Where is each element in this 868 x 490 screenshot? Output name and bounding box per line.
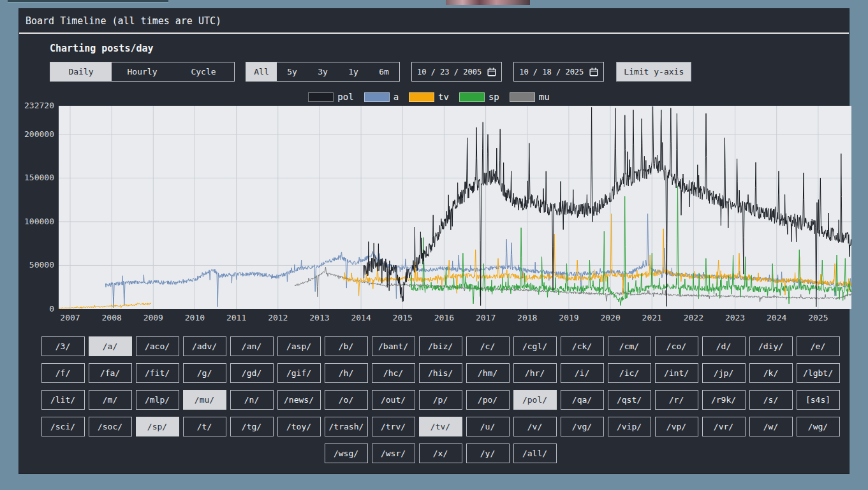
limit-y-axis-button[interactable]: Limit y-axis (616, 62, 691, 82)
board-button-vip[interactable]: /vip/ (608, 417, 651, 436)
board-button-vr[interactable]: /vr/ (702, 417, 746, 436)
board-button-asp[interactable]: /asp/ (277, 336, 321, 356)
board-button-i[interactable]: /i/ (561, 363, 604, 383)
board-button-m[interactable]: /m/ (89, 390, 132, 410)
board-button-gd[interactable]: /gd/ (230, 363, 274, 383)
board-button-trash[interactable]: /trash/ (325, 417, 368, 436)
y-axis-tick-232720: 232720 (19, 101, 54, 111)
board-button-ck[interactable]: /ck/ (561, 336, 604, 356)
mode-option-daily[interactable]: Daily (50, 62, 112, 81)
board-button-his[interactable]: /his/ (419, 363, 462, 383)
board-button-po[interactable]: /po/ (466, 390, 510, 410)
board-button-wg[interactable]: /wg/ (797, 417, 840, 436)
board-button-r[interactable]: /r/ (655, 390, 698, 410)
board-button-jp[interactable]: /jp/ (702, 363, 746, 383)
board-button-all[interactable]: /all/ (513, 443, 557, 463)
board-button-wsr[interactable]: /wsr/ (372, 443, 415, 463)
board-button-qst[interactable]: /qst/ (608, 390, 651, 410)
board-button-x[interactable]: /x/ (419, 443, 462, 463)
board-button-r9k[interactable]: /r9k/ (702, 390, 746, 410)
board-button-v[interactable]: /v/ (513, 417, 557, 436)
board-button-lit[interactable]: /lit/ (41, 390, 85, 410)
chart-plot[interactable] (59, 106, 851, 309)
board-button-hr[interactable]: /hr/ (513, 363, 557, 383)
date-from-input[interactable]: 10 / 23 / 2005 (411, 62, 502, 82)
board-button-trv[interactable]: /trv/ (372, 417, 415, 436)
range-option-1y[interactable]: 1y (338, 62, 369, 81)
board-button-aco[interactable]: /aco/ (136, 336, 179, 356)
board-button-hm[interactable]: /hm/ (466, 363, 510, 383)
board-button-y[interactable]: /y/ (466, 443, 510, 463)
board-button-out[interactable]: /out/ (372, 390, 415, 410)
mode-option-cycle[interactable]: Cycle (173, 62, 234, 81)
board-button-d[interactable]: /d/ (702, 336, 746, 356)
board-button-w[interactable]: /w/ (749, 417, 793, 436)
board-button-k[interactable]: /k/ (749, 363, 793, 383)
board-button-tv[interactable]: /tv/ (419, 417, 462, 436)
board-button-news[interactable]: /news/ (277, 390, 321, 410)
mode-option-hourly[interactable]: Hourly (112, 62, 173, 81)
board-button-u[interactable]: /u/ (466, 417, 510, 436)
board-timeline-panel: Board Timeline (all times are UTC) Chart… (19, 9, 849, 473)
board-button-co[interactable]: /co/ (655, 336, 698, 356)
x-axis-tick-2021: 2021 (642, 313, 662, 322)
board-button-cgl[interactable]: /cgl/ (513, 336, 557, 356)
legend-label-a: a (394, 92, 399, 102)
range-option-6m[interactable]: 6m (369, 62, 399, 81)
board-button-diy[interactable]: /diy/ (749, 336, 793, 356)
board-button-e[interactable]: /e/ (797, 336, 840, 356)
board-button-sci[interactable]: /sci/ (41, 417, 85, 436)
board-button-ic[interactable]: /ic/ (608, 363, 651, 383)
board-button-n[interactable]: /n/ (230, 390, 274, 410)
board-button-fit[interactable]: /fit/ (136, 363, 179, 383)
board-button-mlp[interactable]: /mlp/ (136, 390, 179, 410)
board-button-wsg[interactable]: /wsg/ (325, 443, 368, 463)
board-button-b[interactable]: /b/ (325, 336, 368, 356)
legend-swatch-sp (459, 92, 485, 102)
board-button-fa[interactable]: /fa/ (89, 363, 132, 383)
legend-swatch-tv (409, 92, 434, 102)
board-button-t[interactable]: /t/ (183, 417, 226, 436)
date-to-value: 10 / 18 / 2025 (519, 68, 584, 76)
board-button-soc[interactable]: /soc/ (89, 417, 132, 436)
board-button-s4s[interactable]: [s4s] (797, 390, 840, 410)
range-option-5y[interactable]: 5y (277, 62, 307, 81)
board-button-c[interactable]: /c/ (466, 336, 510, 356)
board-button-int[interactable]: /int/ (655, 363, 698, 383)
calendar-icon[interactable] (487, 68, 496, 76)
board-button-cm[interactable]: /cm/ (608, 336, 651, 356)
board-button-sp[interactable]: /sp/ (136, 417, 179, 436)
board-button-biz[interactable]: /biz/ (419, 336, 462, 356)
range-option-all[interactable]: All (246, 62, 277, 81)
board-button-lgbt[interactable]: /lgbt/ (797, 363, 840, 383)
x-axis-tick-2023: 2023 (725, 313, 745, 322)
board-button-p[interactable]: /p/ (419, 390, 462, 410)
board-button-3[interactable]: /3/ (41, 336, 85, 356)
board-button-vg[interactable]: /vg/ (561, 417, 604, 436)
board-button-an[interactable]: /an/ (230, 336, 274, 356)
board-button-f[interactable]: /f/ (41, 363, 85, 383)
board-button-tg[interactable]: /tg/ (230, 417, 274, 436)
board-button-g[interactable]: /g/ (183, 363, 226, 383)
range-option-3y[interactable]: 3y (307, 62, 338, 81)
calendar-icon[interactable] (589, 68, 598, 76)
board-button-qa[interactable]: /qa/ (561, 390, 604, 410)
board-button-grid: /3//a//aco//adv//an//asp//b//bant//biz//… (41, 336, 840, 463)
board-button-h[interactable]: /h/ (325, 363, 368, 383)
board-button-o[interactable]: /o/ (325, 390, 368, 410)
legend-label-mu: mu (539, 92, 550, 102)
legend-label-pol: pol (337, 92, 353, 102)
board-button-gif[interactable]: /gif/ (277, 363, 321, 383)
legend-swatch-pol (308, 92, 334, 102)
board-button-toy[interactable]: /toy/ (277, 417, 321, 436)
board-button-pol[interactable]: /pol/ (513, 390, 557, 410)
board-button-a[interactable]: /a/ (89, 336, 132, 356)
date-to-input[interactable]: 10 / 18 / 2025 (513, 62, 604, 82)
board-button-adv[interactable]: /adv/ (183, 336, 226, 356)
x-axis-tick-2018: 2018 (517, 313, 537, 322)
board-button-hc[interactable]: /hc/ (372, 363, 415, 383)
board-button-mu[interactable]: /mu/ (183, 390, 226, 410)
board-button-vp[interactable]: /vp/ (655, 417, 698, 436)
board-button-s[interactable]: /s/ (749, 390, 793, 410)
board-button-bant[interactable]: /bant/ (372, 336, 415, 356)
